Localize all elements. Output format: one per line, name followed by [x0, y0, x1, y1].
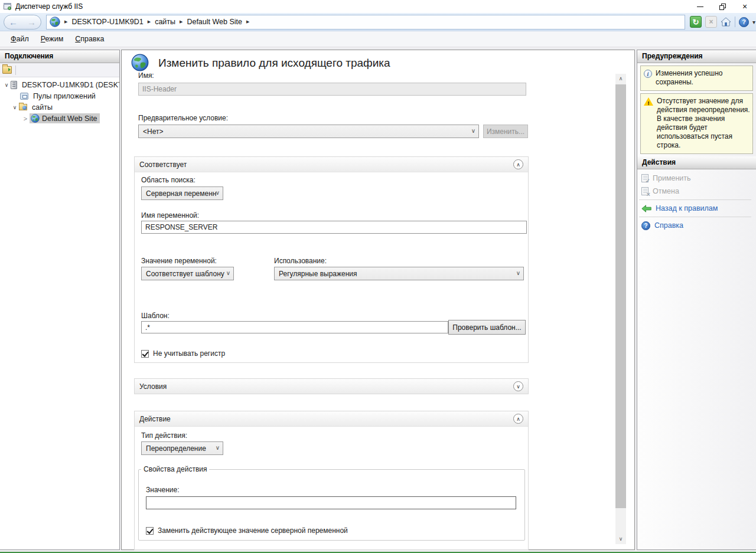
variable-name-input[interactable]	[141, 221, 527, 234]
tree-item-app-pools[interactable]: Пулы приложений	[0, 90, 119, 102]
apply-icon	[641, 174, 649, 182]
right-panel: Предупреждения Изменения успешно сохране…	[637, 50, 756, 550]
content-panel: Изменить правило для исходящего трафика …	[121, 50, 635, 550]
globe-icon	[50, 17, 60, 27]
close-button[interactable]: ×	[734, 0, 756, 13]
name-label: Имя:	[138, 71, 154, 80]
action-value-input[interactable]	[146, 496, 516, 509]
replace-value-row[interactable]: Заменить действующее значение серверной …	[146, 526, 348, 535]
variable-value-select[interactable]: Соответствует шаблону	[141, 267, 234, 280]
forward-button[interactable]: →	[22, 15, 41, 29]
apply-action: Применить	[637, 172, 756, 185]
app-icon	[3, 2, 12, 11]
restore-icon	[719, 4, 726, 10]
server-icon	[11, 81, 17, 89]
connections-tree: DESKTOP-U1MK9D1 (DESKTOI Пулы приложений…	[0, 77, 119, 124]
tree-item-default-web-site[interactable]: Default Web Site	[0, 113, 119, 124]
connections-header: Подключения	[0, 50, 119, 63]
back-button[interactable]: ←	[4, 15, 22, 29]
feature-globe-icon	[131, 54, 149, 71]
breadcrumb-separator-icon	[64, 19, 67, 24]
address-bar: ← → DESKTOP-U1MK9D1 сайты Default Web Si…	[0, 13, 756, 31]
workspace: Подключения DESKTOP-U1MK9D1 (DESKTOI Пул…	[0, 47, 756, 552]
site-globe-icon	[31, 114, 40, 123]
chevron-expanded-icon[interactable]	[11, 104, 19, 110]
actions-list: Применить Отмена Назад к правилам Справк…	[637, 169, 756, 232]
restore-button[interactable]	[711, 0, 734, 13]
iis-manager-window: Диспетчер служб IIS × ← → DESKTOP-U1MK9D…	[0, 0, 756, 553]
ignore-case-checkbox[interactable]	[141, 350, 149, 358]
alert-info: Изменения успешно сохранены.	[640, 66, 753, 91]
connections-panel: Подключения DESKTOP-U1MK9D1 (DESKTOI Пул…	[0, 50, 120, 550]
navigation-buttons: ← →	[4, 15, 41, 30]
window-title: Диспетчер служб IIS	[15, 2, 83, 11]
selected-tree-item[interactable]: Default Web Site	[30, 113, 100, 123]
action-type-select[interactable]: Переопределение	[141, 441, 223, 455]
menu-bar: Файл Режим Справка	[0, 31, 756, 47]
breadcrumb-server[interactable]: DESKTOP-U1MK9D1	[71, 18, 143, 26]
test-pattern-button[interactable]: Проверить шаблон...	[448, 320, 526, 335]
pattern-label: Шаблон:	[141, 312, 170, 320]
info-icon	[644, 70, 652, 78]
scroll-down-icon[interactable]	[615, 534, 626, 544]
help-icon[interactable]	[739, 17, 749, 27]
create-connection-icon[interactable]	[2, 66, 12, 74]
pattern-input[interactable]	[141, 321, 448, 333]
menu-view[interactable]: Режим	[35, 32, 70, 45]
name-input	[138, 83, 526, 96]
precondition-select[interactable]: <Нет>	[138, 125, 479, 138]
warning-icon	[644, 97, 653, 106]
toolbar-divider	[735, 17, 735, 27]
help-icon	[641, 221, 650, 230]
actions-divider	[639, 217, 751, 217]
chevron-expanded-icon[interactable]	[2, 82, 11, 88]
alert-warning: Отсутствует значение для действия переоп…	[640, 93, 753, 154]
minimize-button[interactable]	[689, 0, 711, 13]
stop-icon	[705, 16, 717, 28]
breadcrumb-separator-icon	[148, 19, 151, 24]
variable-value-label: Значение переменной:	[141, 257, 217, 265]
using-select[interactable]: Регулярные выражения	[274, 267, 524, 280]
scope-select[interactable]: Серверная переменн	[141, 186, 223, 200]
menu-file[interactable]: Файл	[5, 32, 35, 45]
toolbar-divider	[15, 66, 16, 75]
breadcrumb: DESKTOP-U1MK9D1 сайты Default Web Site	[46, 15, 685, 30]
back-to-rules-action[interactable]: Назад к правилам	[637, 202, 756, 215]
home-icon[interactable]	[721, 17, 731, 27]
help-action[interactable]: Справка	[637, 219, 756, 232]
chevron-collapsed-icon[interactable]	[21, 115, 30, 122]
match-section-header[interactable]: Соответствует	[135, 157, 528, 172]
page-title: Изменить правило для исходящего трафика	[158, 57, 390, 70]
action-properties-legend: Свойства действия	[141, 465, 209, 473]
app-pools-icon	[20, 93, 28, 100]
action-type-label: Тип действия:	[141, 431, 187, 440]
vertical-scrollbar[interactable]	[615, 74, 626, 544]
edit-precondition-button: Изменить...	[483, 125, 528, 138]
action-value-label: Значение:	[146, 486, 180, 494]
breadcrumb-sites[interactable]: сайты	[155, 18, 175, 26]
actions-divider	[639, 199, 751, 200]
collapse-icon[interactable]	[513, 414, 523, 424]
expand-icon[interactable]	[513, 381, 523, 391]
action-properties-group: Свойства действия Значение: Заменить дей…	[138, 465, 525, 541]
connections-toolbar	[0, 63, 119, 77]
scroll-up-icon[interactable]	[615, 74, 626, 84]
cancel-action: Отмена	[637, 185, 756, 198]
breadcrumb-default-web-site[interactable]: Default Web Site	[187, 18, 242, 26]
action-section-header[interactable]: Действие	[135, 411, 528, 427]
tree-item-server[interactable]: DESKTOP-U1MK9D1 (DESKTOI	[0, 79, 119, 90]
scrollbar-thumb[interactable]	[615, 84, 626, 508]
cancel-icon	[641, 187, 649, 195]
tree-item-sites[interactable]: сайты	[0, 102, 119, 113]
collapse-icon[interactable]	[513, 159, 523, 169]
help-dropdown-icon[interactable]	[752, 18, 755, 26]
ignore-case-row[interactable]: Не учитывать регистр	[141, 349, 225, 358]
using-label: Использование:	[274, 257, 327, 265]
menu-help[interactable]: Справка	[69, 32, 110, 45]
scope-label: Область поиска:	[141, 176, 195, 184]
breadcrumb-separator-icon	[246, 19, 249, 24]
conditions-section-header[interactable]: Условия	[135, 379, 528, 394]
restart-icon[interactable]	[690, 16, 702, 28]
replace-value-checkbox[interactable]	[146, 527, 154, 535]
breadcrumb-separator-icon	[180, 19, 183, 24]
